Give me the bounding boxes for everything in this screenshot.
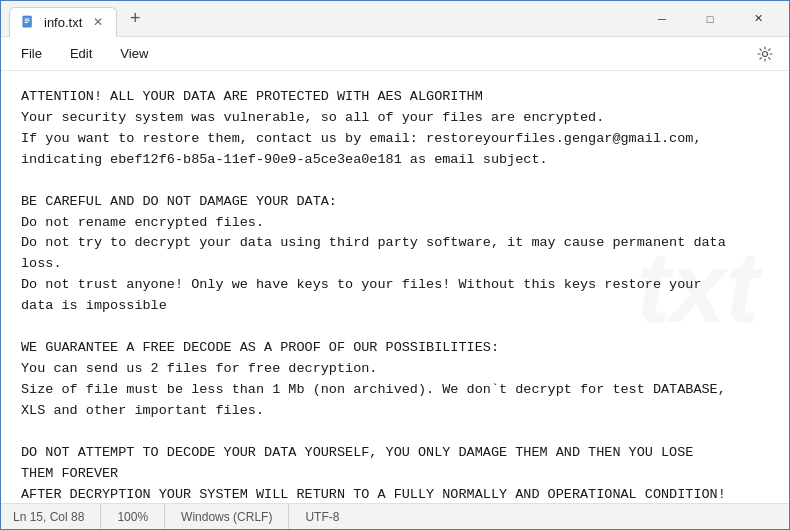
settings-icon[interactable] <box>749 38 781 70</box>
tab-area: info.txt ✕ + <box>9 1 639 36</box>
active-tab[interactable]: info.txt ✕ <box>9 7 117 37</box>
window-controls: ─ □ ✕ <box>639 3 781 35</box>
svg-point-4 <box>763 51 768 56</box>
file-icon <box>20 14 36 30</box>
cursor-position: Ln 15, Col 88 <box>13 504 101 529</box>
new-tab-button[interactable]: + <box>121 5 149 33</box>
minimize-button[interactable]: ─ <box>639 3 685 35</box>
svg-rect-2 <box>25 20 30 21</box>
menu-view[interactable]: View <box>108 42 160 65</box>
svg-rect-3 <box>25 22 29 23</box>
encoding: UTF-8 <box>289 504 355 529</box>
maximize-button[interactable]: □ <box>687 3 733 35</box>
tab-close-button[interactable]: ✕ <box>90 14 106 30</box>
line-ending: Windows (CRLF) <box>165 504 289 529</box>
tab-title: info.txt <box>44 15 82 30</box>
statusbar: Ln 15, Col 88 100% Windows (CRLF) UTF-8 <box>1 503 789 529</box>
close-button[interactable]: ✕ <box>735 3 781 35</box>
menu-edit[interactable]: Edit <box>58 42 104 65</box>
zoom-level: 100% <box>101 504 165 529</box>
svg-rect-1 <box>25 19 30 20</box>
notepad-text-body[interactable]: ATTENTION! ALL YOUR DATA ARE PROTECTED W… <box>21 87 769 503</box>
titlebar: info.txt ✕ + ─ □ ✕ <box>1 1 789 37</box>
svg-rect-0 <box>23 16 32 27</box>
menubar: File Edit View <box>1 37 789 71</box>
text-content-area[interactable]: txt ATTENTION! ALL YOUR DATA ARE PROTECT… <box>1 71 789 503</box>
notepad-window: info.txt ✕ + ─ □ ✕ File Edit View txt AT… <box>0 0 790 530</box>
menu-file[interactable]: File <box>9 42 54 65</box>
